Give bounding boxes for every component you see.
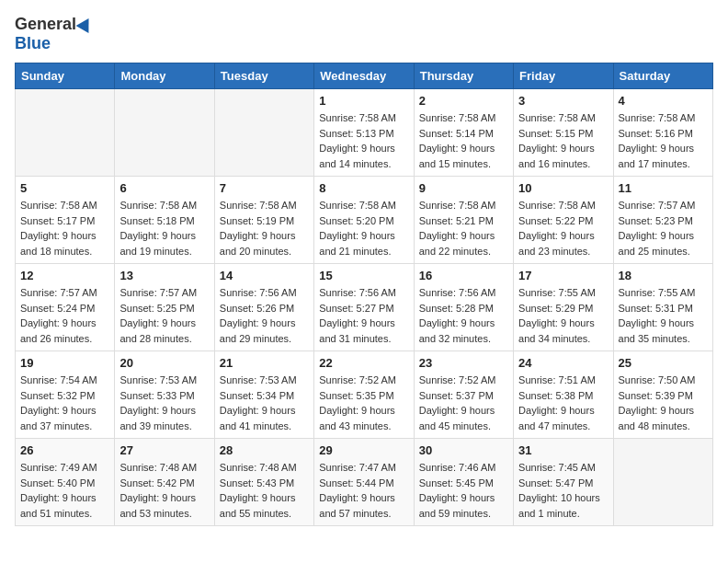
day-info: Sunrise: 7:48 AMSunset: 5:43 PMDaylight:…: [220, 460, 309, 521]
calendar-table: SundayMondayTuesdayWednesdayThursdayFrid…: [15, 63, 713, 526]
calendar-day-cell: 22Sunrise: 7:52 AMSunset: 5:35 PMDayligh…: [314, 351, 414, 439]
day-info: Sunrise: 7:57 AMSunset: 5:24 PMDaylight:…: [20, 285, 109, 346]
day-info: Sunrise: 7:58 AMSunset: 5:20 PMDaylight:…: [319, 198, 408, 259]
weekday-header-wednesday: Wednesday: [314, 63, 414, 89]
weekday-header-friday: Friday: [514, 63, 613, 89]
calendar-day-cell: 23Sunrise: 7:52 AMSunset: 5:37 PMDayligh…: [414, 351, 513, 439]
calendar-week-row: 19Sunrise: 7:54 AMSunset: 5:32 PMDayligh…: [16, 351, 713, 439]
calendar-day-cell: 14Sunrise: 7:56 AMSunset: 5:26 PMDayligh…: [214, 264, 313, 351]
day-number: 13: [119, 269, 209, 282]
logo-blue-text: Blue: [15, 34, 51, 53]
day-info: Sunrise: 7:52 AMSunset: 5:37 PMDaylight:…: [419, 373, 508, 433]
weekday-header-sunday: Sunday: [16, 63, 115, 89]
day-number: 12: [20, 269, 109, 282]
weekday-header-thursday: Thursday: [414, 63, 513, 89]
day-number: 14: [220, 269, 309, 282]
calendar-day-cell: [214, 89, 313, 177]
calendar-day-cell: 15Sunrise: 7:56 AMSunset: 5:27 PMDayligh…: [314, 264, 414, 351]
day-info: Sunrise: 7:51 AMSunset: 5:38 PMDaylight:…: [518, 373, 608, 433]
calendar-day-cell: 31Sunrise: 7:45 AMSunset: 5:47 PMDayligh…: [514, 439, 613, 526]
calendar-day-cell: 13Sunrise: 7:57 AMSunset: 5:25 PMDayligh…: [115, 264, 214, 351]
calendar-day-cell: 29Sunrise: 7:47 AMSunset: 5:44 PMDayligh…: [314, 439, 414, 526]
calendar-day-cell: 27Sunrise: 7:48 AMSunset: 5:42 PMDayligh…: [115, 439, 214, 526]
day-number: 1: [319, 94, 408, 108]
day-number: 7: [220, 181, 309, 195]
day-number: 2: [419, 94, 508, 108]
day-info: Sunrise: 7:57 AMSunset: 5:23 PMDaylight:…: [619, 198, 708, 259]
calendar-day-cell: 2Sunrise: 7:58 AMSunset: 5:14 PMDaylight…: [414, 89, 513, 177]
calendar-day-cell: 28Sunrise: 7:48 AMSunset: 5:43 PMDayligh…: [214, 439, 313, 526]
calendar-day-cell: 3Sunrise: 7:58 AMSunset: 5:15 PMDaylight…: [514, 89, 613, 177]
day-info: Sunrise: 7:58 AMSunset: 5:15 PMDaylight:…: [518, 110, 608, 171]
day-info: Sunrise: 7:53 AMSunset: 5:34 PMDaylight:…: [220, 373, 309, 433]
day-info: Sunrise: 7:57 AMSunset: 5:25 PMDaylight:…: [119, 285, 209, 346]
day-number: 3: [518, 94, 608, 108]
day-number: 6: [119, 181, 209, 195]
calendar-day-cell: 16Sunrise: 7:56 AMSunset: 5:28 PMDayligh…: [414, 264, 513, 351]
calendar-day-cell: 18Sunrise: 7:55 AMSunset: 5:31 PMDayligh…: [613, 264, 712, 351]
calendar-day-cell: 7Sunrise: 7:58 AMSunset: 5:19 PMDaylight…: [214, 177, 313, 264]
weekday-header-saturday: Saturday: [613, 63, 712, 89]
calendar-week-row: 5Sunrise: 7:58 AMSunset: 5:17 PMDaylight…: [16, 177, 713, 264]
calendar-day-cell: 5Sunrise: 7:58 AMSunset: 5:17 PMDaylight…: [16, 177, 115, 264]
day-info: Sunrise: 7:56 AMSunset: 5:28 PMDaylight:…: [419, 285, 508, 346]
calendar-day-cell: 9Sunrise: 7:58 AMSunset: 5:21 PMDaylight…: [414, 177, 513, 264]
day-number: 8: [319, 181, 408, 195]
calendar-day-cell: 19Sunrise: 7:54 AMSunset: 5:32 PMDayligh…: [16, 351, 115, 439]
day-number: 29: [319, 443, 408, 457]
calendar-week-row: 12Sunrise: 7:57 AMSunset: 5:24 PMDayligh…: [16, 264, 713, 351]
logo-general-text: General: [15, 15, 76, 34]
day-info: Sunrise: 7:58 AMSunset: 5:19 PMDaylight:…: [220, 198, 309, 259]
day-number: 10: [518, 181, 608, 195]
calendar-day-cell: 10Sunrise: 7:58 AMSunset: 5:22 PMDayligh…: [514, 177, 613, 264]
day-info: Sunrise: 7:53 AMSunset: 5:33 PMDaylight:…: [119, 373, 209, 433]
day-info: Sunrise: 7:58 AMSunset: 5:16 PMDaylight:…: [619, 110, 708, 171]
day-number: 9: [419, 181, 508, 195]
day-info: Sunrise: 7:55 AMSunset: 5:31 PMDaylight:…: [619, 285, 708, 346]
calendar-day-cell: 26Sunrise: 7:49 AMSunset: 5:40 PMDayligh…: [16, 439, 115, 526]
day-number: 16: [419, 269, 508, 282]
day-info: Sunrise: 7:47 AMSunset: 5:44 PMDaylight:…: [319, 460, 408, 521]
header: General Blue: [15, 15, 713, 53]
day-number: 15: [319, 269, 408, 282]
day-number: 22: [319, 356, 408, 370]
calendar-day-cell: 12Sunrise: 7:57 AMSunset: 5:24 PMDayligh…: [16, 264, 115, 351]
day-number: 24: [518, 356, 608, 370]
day-info: Sunrise: 7:55 AMSunset: 5:29 PMDaylight:…: [518, 285, 608, 346]
day-info: Sunrise: 7:46 AMSunset: 5:45 PMDaylight:…: [419, 460, 508, 521]
day-info: Sunrise: 7:56 AMSunset: 5:26 PMDaylight:…: [220, 285, 309, 346]
day-number: 19: [20, 356, 109, 370]
day-number: 18: [619, 269, 708, 282]
day-number: 17: [518, 269, 608, 282]
day-info: Sunrise: 7:58 AMSunset: 5:22 PMDaylight:…: [518, 198, 608, 259]
calendar-day-cell: [16, 89, 115, 177]
calendar-day-cell: 11Sunrise: 7:57 AMSunset: 5:23 PMDayligh…: [613, 177, 712, 264]
calendar-day-cell: 30Sunrise: 7:46 AMSunset: 5:45 PMDayligh…: [414, 439, 513, 526]
calendar-day-cell: [613, 439, 712, 526]
day-number: 27: [119, 443, 209, 457]
logo-triangle-icon: [76, 14, 96, 32]
day-number: 26: [20, 443, 109, 457]
calendar-week-row: 1Sunrise: 7:58 AMSunset: 5:13 PMDaylight…: [16, 89, 713, 177]
day-info: Sunrise: 7:58 AMSunset: 5:13 PMDaylight:…: [319, 110, 408, 171]
calendar-day-cell: 21Sunrise: 7:53 AMSunset: 5:34 PMDayligh…: [214, 351, 313, 439]
day-number: 11: [619, 181, 708, 195]
day-info: Sunrise: 7:50 AMSunset: 5:39 PMDaylight:…: [619, 373, 708, 433]
day-number: 31: [518, 443, 608, 457]
calendar-day-cell: 1Sunrise: 7:58 AMSunset: 5:13 PMDaylight…: [314, 89, 414, 177]
weekday-header-tuesday: Tuesday: [214, 63, 313, 89]
logo: General Blue: [15, 15, 93, 53]
day-number: 25: [619, 356, 708, 370]
calendar-day-cell: 8Sunrise: 7:58 AMSunset: 5:20 PMDaylight…: [314, 177, 414, 264]
day-number: 30: [419, 443, 508, 457]
day-number: 20: [119, 356, 209, 370]
day-number: 4: [619, 94, 708, 108]
day-info: Sunrise: 7:45 AMSunset: 5:47 PMDaylight:…: [518, 460, 608, 521]
weekday-header-monday: Monday: [115, 63, 214, 89]
day-number: 28: [220, 443, 309, 457]
day-info: Sunrise: 7:58 AMSunset: 5:21 PMDaylight:…: [419, 198, 508, 259]
page-container: General Blue SundayMondayTuesdayWednesda…: [0, 0, 728, 535]
calendar-week-row: 26Sunrise: 7:49 AMSunset: 5:40 PMDayligh…: [16, 439, 713, 526]
day-number: 5: [20, 181, 109, 195]
day-number: 21: [220, 356, 309, 370]
